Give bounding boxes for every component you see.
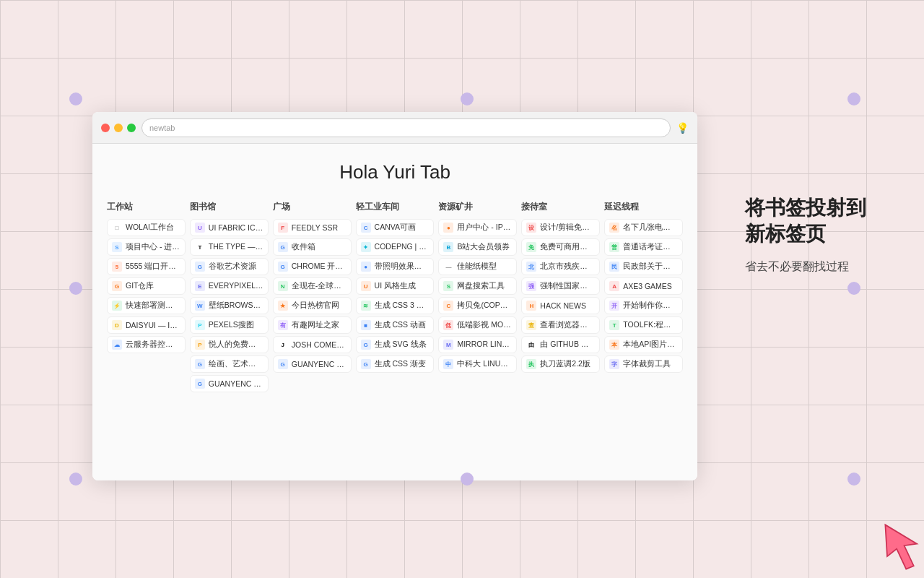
bookmark-label: 字体裁剪工具 [623, 359, 671, 369]
list-item[interactable]: GGIT仓库 [107, 277, 186, 295]
list-item[interactable]: W壁纸BROWSE — S... [190, 297, 269, 314]
bookmark-label: 带照明效果的 CSS... [375, 262, 430, 272]
list-item[interactable]: —佳能纸模型 [438, 258, 517, 275]
bookmark-icon: H [526, 301, 536, 311]
list-item[interactable]: 民民政部关于发布慈... [604, 258, 683, 275]
bookmark-icon: 开 [609, 301, 619, 311]
list-item[interactable]: S项目中心 - 进度和... [107, 238, 186, 256]
list-item[interactable]: TTOOLFK:程序员在... [604, 316, 683, 334]
bookmark-label: 用户中心 - IPLC.VIP [457, 223, 512, 233]
maximize-button[interactable] [127, 124, 136, 132]
list-item[interactable]: GCHROME 开发者... [273, 258, 352, 275]
list-item[interactable]: 由由 GITHUB 驱动的... [521, 336, 600, 353]
bookmark-label: 查看浏览器兼容性 [540, 320, 595, 330]
list-item[interactable]: 本本地API图片压缩 [604, 336, 683, 353]
bookmark-icon: 免 [526, 242, 536, 252]
bookmark-label: 云服务器控制台 [126, 340, 180, 350]
bookmark-icon: 设 [526, 223, 536, 233]
bookmark-label: JOSH COMEAU ... [292, 340, 346, 349]
list-item[interactable]: ≋生成 CSS 3 静态... [356, 297, 435, 314]
bookmark-label: 今日热榜官网 [292, 301, 339, 311]
list-item[interactable]: 55555 端口开发环境 [107, 258, 186, 275]
list-item[interactable]: 普普通话考证须知 [604, 238, 683, 256]
bookmark-icon: F [278, 223, 288, 233]
bookmark-icon: 低 [443, 320, 453, 330]
bookmark-label: 生成 SVG 线条 [375, 340, 427, 350]
bookmark-label: 拷贝兔(COPYTOO... [457, 301, 512, 311]
close-button[interactable] [101, 124, 110, 132]
list-item[interactable]: ■生成 CSS 动画 [356, 316, 435, 334]
list-item[interactable]: G谷歌艺术资源 [190, 258, 269, 275]
list-item[interactable]: GGUANYENC — FIG... [190, 375, 269, 392]
list-item[interactable]: 执执刀蓝调2.2版 [521, 355, 600, 373]
list-item[interactable]: 设设计/剪辑免费可商... [521, 219, 600, 236]
list-item[interactable]: G收件箱 [273, 238, 352, 256]
corner-dot-tc [461, 92, 474, 105]
bookmark-label: WOLAI工作台 [126, 223, 174, 233]
bookmark-label: FEEDLY SSR [292, 223, 338, 232]
corner-dot-tl [69, 92, 82, 105]
list-item[interactable]: P悦人的免费图片 -... [190, 336, 269, 353]
bookmark-icon: P [195, 340, 205, 350]
list-item[interactable]: C拷贝兔(COPYTOO... [438, 297, 517, 314]
list-item[interactable]: 名名下几张电话卡? [604, 219, 683, 236]
bookmark-icon: S [112, 242, 122, 252]
list-item[interactable]: CCANVA可画 [356, 219, 435, 236]
list-item[interactable]: ●用户中心 - IPLC.VIP [438, 219, 517, 236]
list-item[interactable]: ●带照明效果的 CSS... [356, 258, 435, 275]
bookmark-icon: 普 [609, 242, 619, 252]
list-item[interactable]: ✦CODEPNG | 将代... [356, 238, 435, 256]
list-item[interactable]: 低低端影视 MOVIES [438, 316, 517, 334]
bookmark-label: CHROME 开发者... [292, 262, 346, 272]
bookmark-icon: 中 [443, 359, 453, 369]
list-item[interactable]: DDAISYUI — INSTA... [107, 316, 186, 334]
list-item[interactable]: AAXE3 GAMES [604, 277, 683, 295]
list-item[interactable]: □WOLAI工作台 [107, 219, 186, 236]
list-item[interactable]: G生成 CSS 渐变 [356, 355, 435, 373]
list-item[interactable]: 中中科大 LINUX 用... [438, 355, 517, 373]
list-item[interactable]: JJOSH COMEAU ... [273, 336, 352, 353]
list-item[interactable]: ☁云服务器控制台 [107, 336, 186, 353]
column-0: 工作站□WOLAI工作台S项目中心 - 进度和...55555 端口开发环境GG… [107, 201, 186, 394]
list-item[interactable]: ★今日热榜官网 [273, 297, 352, 314]
list-item[interactable]: G绘画、艺术家、... [190, 355, 269, 373]
minimize-button[interactable] [114, 124, 123, 132]
bookmark-icon: ■ [361, 320, 371, 330]
list-item[interactable]: BB站大会员领券 [438, 238, 517, 256]
list-item[interactable]: 强强制性国家标准 [521, 277, 600, 295]
corner-dot-bc [461, 473, 474, 486]
bookmark-icon: □ [112, 223, 122, 233]
list-item[interactable]: 字字体裁剪工具 [604, 355, 683, 373]
bookmark-icon: 强 [526, 281, 536, 291]
list-item[interactable]: 有有趣网址之家 [273, 316, 352, 334]
bookmark-label: 有趣网址之家 [292, 320, 339, 330]
list-item[interactable]: ⚡快速部署测试环境 [107, 297, 186, 314]
address-bar[interactable]: newtab [141, 118, 671, 137]
list-item[interactable]: N全现在-全球青年... [273, 277, 352, 295]
bookmark-icon: B [443, 242, 453, 252]
bookmark-label: EVERYPIXEL图库 [209, 281, 263, 291]
bookmark-icon: G [278, 262, 288, 272]
list-item[interactable]: S网盘搜索工具 [438, 277, 517, 295]
list-item[interactable]: MMIRROR LINUX镜... [438, 336, 517, 353]
column-2: 广场FFEEDLY SSRG收件箱GCHROME 开发者...N全现在-全球青年… [273, 201, 352, 394]
list-item[interactable]: TTHE TYPE — 文字... [190, 238, 269, 256]
list-item[interactable]: G生成 SVG 线条 [356, 336, 435, 353]
bookmark-label: 民政部关于发布慈... [623, 262, 678, 272]
bookmark-icon: C [443, 301, 453, 311]
list-item[interactable]: 查查看浏览器兼容性 [521, 316, 600, 334]
list-item[interactable]: PPEXELS搜图 [190, 316, 269, 334]
column-header-6: 延迟线程 [604, 201, 683, 213]
list-item[interactable]: HHACK NEWS [521, 297, 600, 314]
list-item[interactable]: 北北京市残疾人联合... [521, 258, 600, 275]
list-item[interactable]: 开开始制作你的专属... [604, 297, 683, 314]
list-item[interactable]: GGUANYENC — FIG... [273, 355, 352, 373]
bookmark-icon: G [278, 359, 288, 369]
list-item[interactable]: UUI FABRIC ICON [190, 219, 269, 236]
list-item[interactable]: 免免费可商用音视图... [521, 238, 600, 256]
list-item[interactable]: EEVERYPIXEL图库 [190, 277, 269, 295]
column-header-2: 广场 [273, 201, 352, 213]
list-item[interactable]: UUI 风格生成 [356, 277, 435, 295]
side-panel: 将书签投射到新标签页 省去不必要翻找过程 [745, 195, 866, 275]
list-item[interactable]: FFEEDLY SSR [273, 219, 352, 236]
